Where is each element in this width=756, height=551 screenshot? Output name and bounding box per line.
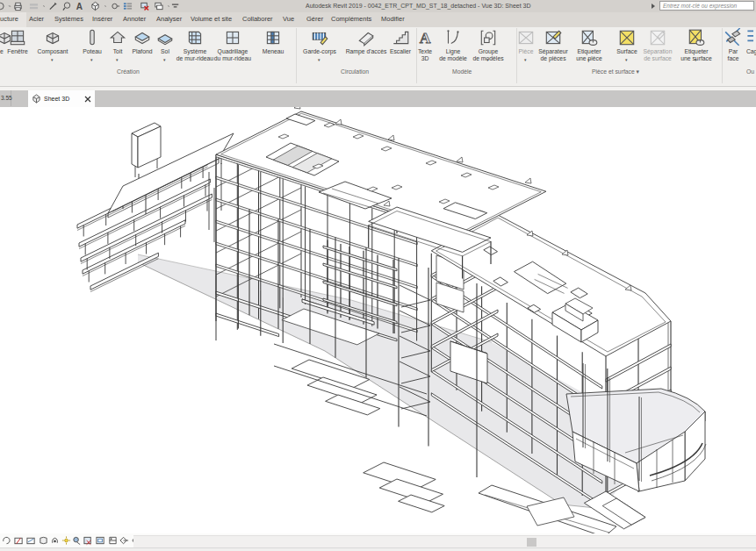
svg-text:A: A	[420, 29, 431, 47]
svg-text:A: A	[76, 2, 83, 11]
